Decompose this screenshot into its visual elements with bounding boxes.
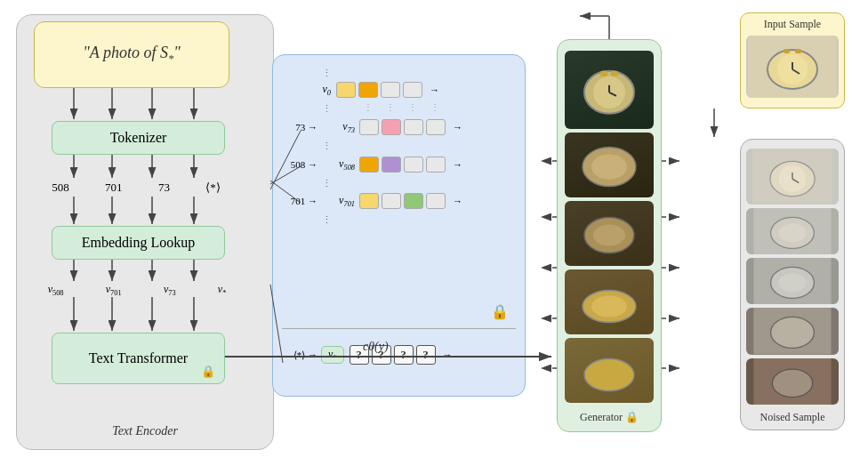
noised-images [746,149,839,405]
token-73: 73 [158,181,170,195]
cell-v73-3 [404,119,423,135]
token-numbers-row: 508 701 73 ⟨*⟩ [34,181,238,195]
embedding-table-box: ⋮ v0 → ⋮ ⋮ ⋮ ⋮ ⋮ 73 → v73 [272,54,526,397]
generator-images [565,51,654,403]
table-divider [282,328,516,329]
cell-v73-2 [382,119,401,135]
token-508: 508 [52,181,69,195]
emb-star-arrow: ⟨*⟩ → [282,349,317,361]
emb-508-arrow: 508 → [282,159,317,170]
noised-img-2 [746,208,839,254]
noised-img-1 [746,149,839,205]
svg-rect-18 [784,49,790,53]
tokenizer-box: Tokenizer [52,121,225,155]
noised-img-5 [746,358,839,405]
embedding-box: Embedding Lookup [52,226,225,260]
token-star: ⟨*⟩ [205,181,221,195]
cell-v508-2 [382,157,401,173]
generator-label: Generator 🔒 [580,411,639,424]
gen-img-2 [565,133,654,197]
cell-star-1: ? [350,345,369,365]
transformer-lock-icon: 🔒 [201,365,215,379]
cell-v73-4 [426,119,446,135]
svg-point-11 [591,295,627,317]
cell-v0-1 [336,82,356,98]
cell-v701-1 [359,193,379,209]
text-encoder-label: Text Encoder [112,424,178,438]
tokenizer-label: Tokenizer [110,130,167,146]
emb-701-arrow: 701 → [282,196,317,206]
emb-row-v73: 73 → v73 → [282,119,462,135]
arrow-v701: → [453,196,462,206]
emb-v0-label: v0 [282,83,331,97]
gen-img-4 [565,269,654,334]
embedding-label: Embedding Lookup [82,235,196,251]
emb-73-arrow: 73 → [282,122,317,133]
noised-img-3 [746,258,839,304]
gen-img-5 [565,338,654,403]
input-phrase-text: "A photo of S*" [83,44,181,66]
arrow-v508: → [453,159,462,170]
svg-point-9 [593,224,625,245]
cell-v701-2 [382,193,401,209]
emb-v73-label: v73 [321,120,355,134]
cell-star-2: ? [372,345,391,365]
emb-dots-mid2: ⋮ [322,141,332,152]
cell-v701-3 [404,193,423,209]
gen-img-1 [565,51,654,129]
svg-point-12 [584,358,634,390]
svg-rect-4 [600,71,607,76]
vstar-box: v* [321,346,344,364]
vec-508: v508 [48,283,64,297]
svg-point-7 [591,154,627,179]
svg-rect-19 [795,49,801,53]
input-phrase-box: "A photo of S*" [34,21,229,88]
vec-701: v701 [106,283,122,297]
emb-row-v508: 508 → v508 → [282,157,462,173]
svg-point-30 [778,274,806,293]
vec-73: v73 [164,283,176,297]
input-sample-image [746,36,839,98]
cell-v0-3 [381,82,400,98]
cell-v508-4 [426,157,446,173]
emb-v508-label: v508 [321,157,355,172]
transformer-box-wrapper: Text Transformer 🔒 [52,333,225,384]
generator-lock: 🔒 [625,411,639,424]
emb-v701-label: v701 [321,194,355,208]
arrow-v0: → [430,84,439,95]
noised-img-4 [746,308,839,354]
svg-point-34 [772,369,812,397]
cell-star-3: ? [394,345,414,365]
noised-sample-label: Noised Sample [741,411,844,424]
cell-v0-4 [403,82,422,98]
emb-dots-top: ⋮ [322,68,332,79]
input-sample-box: Input Sample [740,12,845,108]
generator-text: Generator [580,411,623,424]
transformer-label: Text Transformer [89,350,188,366]
noised-sample-box: Noised Sample [740,139,845,430]
emb-row-v701: 701 → v701 → [282,193,462,209]
svg-point-32 [771,317,815,349]
token-701: 701 [105,181,123,195]
emb-dots-cells1: ⋮ ⋮ ⋮ ⋮ [358,103,445,110]
vec-star: v* [218,283,227,297]
generator-box: Generator 🔒 [557,39,662,432]
vector-labels-row: v508 v701 v73 v* [27,283,247,297]
cell-v73-1 [359,119,379,135]
cell-v508-3 [404,157,423,173]
svg-point-27 [778,223,806,242]
input-sample-label: Input Sample [741,13,844,36]
emb-dots-bot: ⋮ [322,214,332,226]
arrow-v73: → [453,122,462,133]
emb-row-v0: v0 → [282,82,439,98]
gen-img-3 [565,201,654,266]
diagram-container: Text Encoder "A photo of S*" Tokenizer 5… [7,5,861,468]
emb-row-vstar: ⟨*⟩ → v* ? ? ? ? → [282,345,453,365]
cell-v0-2 [358,82,378,98]
cell-v701-4 [426,193,446,209]
cell-star-4: ? [416,345,436,365]
cell-v508-1 [359,157,379,173]
table-lock-icon: 🔒 [491,303,509,320]
emb-dots-mid3: ⋮ [322,178,332,189]
arrow-vstar: → [443,349,453,360]
